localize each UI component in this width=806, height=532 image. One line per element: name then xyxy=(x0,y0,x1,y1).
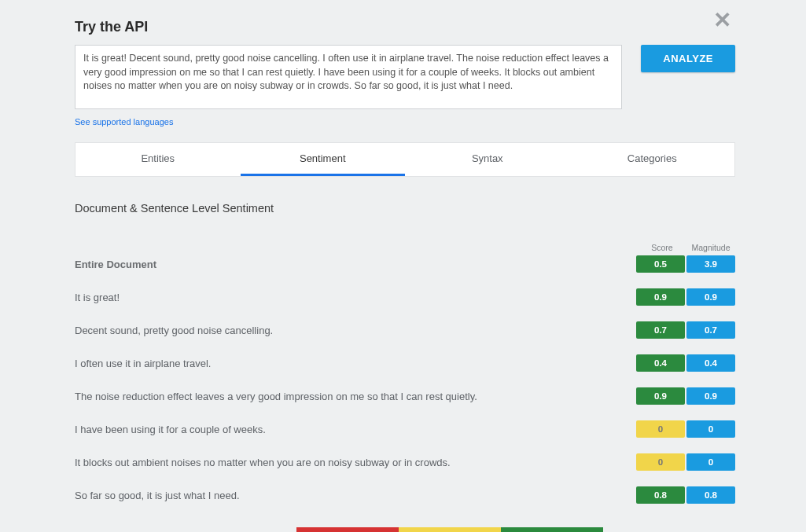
tabs-bar: Entities Sentiment Syntax Categories xyxy=(75,142,735,177)
tab-sentiment[interactable]: Sentiment xyxy=(241,143,406,176)
sentence-row: Decent sound, pretty good noise cancelli… xyxy=(75,321,735,339)
sentence-score-badge: 0 xyxy=(636,420,685,438)
tab-categories[interactable]: Categories xyxy=(570,143,735,176)
sentence-magnitude-badge: 0.7 xyxy=(686,321,735,339)
sentence-score-badge: 0.4 xyxy=(636,354,685,372)
sentence-text: The noise reduction effect leaves a very… xyxy=(75,391,636,402)
sentence-text: Decent sound, pretty good noise cancelli… xyxy=(75,325,636,336)
page-title: Try the API xyxy=(75,19,735,35)
tab-entities[interactable]: Entities xyxy=(75,143,241,176)
sentence-row: I often use it in airplane travel.0.40.4 xyxy=(75,354,735,372)
analyze-button[interactable]: ANALYZE xyxy=(641,45,735,72)
sentence-score-badge: 0 xyxy=(636,453,685,471)
sentence-text: It is great! xyxy=(75,292,636,303)
sentence-row: I have been using it for a couple of wee… xyxy=(75,420,735,438)
score-header: Score xyxy=(638,243,686,252)
sentence-magnitude-badge: 0.9 xyxy=(686,387,735,405)
sentence-score-badge: 0.9 xyxy=(636,387,685,405)
sentence-row: The noise reduction effect leaves a very… xyxy=(75,387,735,405)
sentence-text: It blocks out ambient noises no matter w… xyxy=(75,457,636,468)
doc-score-badge: 0.5 xyxy=(636,255,685,273)
api-input-textarea[interactable] xyxy=(75,45,622,109)
sentence-text: So far so good, it is just what I need. xyxy=(75,490,636,501)
sentence-row: So far so good, it is just what I need.0… xyxy=(75,486,735,504)
doc-magnitude-badge: 3.9 xyxy=(686,255,735,273)
sentence-score-badge: 0.9 xyxy=(636,288,685,306)
sentence-magnitude-badge: 0 xyxy=(686,420,735,438)
legend-green: 0.25 — 1.0 xyxy=(501,527,603,532)
entire-document-label: Entire Document xyxy=(75,259,636,270)
section-title: Document & Sentence Level Sentiment xyxy=(75,202,735,215)
close-icon[interactable]: ✕ xyxy=(713,9,731,31)
sentence-row: It blocks out ambient noises no matter w… xyxy=(75,453,735,471)
sentence-score-badge: 0.7 xyxy=(636,321,685,339)
legend-red: -1.0 — -0.25 xyxy=(296,527,399,532)
tab-syntax[interactable]: Syntax xyxy=(405,143,570,176)
sentence-text: I often use it in airplane travel. xyxy=(75,358,636,369)
legend-yellow: -0.25 — 0.25 xyxy=(399,527,501,532)
supported-languages-link[interactable]: See supported languages xyxy=(75,117,173,127)
sentence-row: It is great!0.90.9 xyxy=(75,288,735,306)
sentence-magnitude-badge: 0.9 xyxy=(686,288,735,306)
sentence-magnitude-badge: 0.4 xyxy=(686,354,735,372)
column-headers: Score Magnitude xyxy=(75,243,735,252)
sentence-magnitude-badge: 0 xyxy=(686,453,735,471)
document-row: Entire Document 0.5 3.9 xyxy=(75,255,735,273)
sentence-score-badge: 0.8 xyxy=(636,486,685,504)
score-legend: Score Range -1.0 — -0.25 -0.25 — 0.25 0.… xyxy=(75,527,735,532)
magnitude-header: Magnitude xyxy=(686,243,735,252)
sentence-magnitude-badge: 0.8 xyxy=(686,486,735,504)
sentence-text: I have been using it for a couple of wee… xyxy=(75,424,636,435)
